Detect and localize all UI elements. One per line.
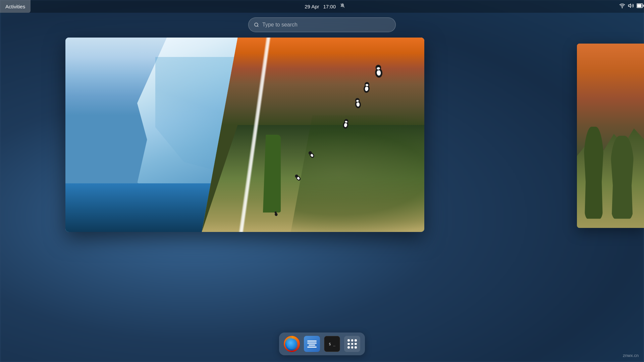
search-bar[interactable] [248, 17, 396, 32]
wifi-icon[interactable] [619, 3, 625, 10]
topbar-date: 29 Apr [305, 4, 319, 9]
speaker-icon[interactable] [628, 3, 634, 10]
terminal-icon: $ _ [324, 336, 340, 352]
main-window-preview[interactable] [65, 38, 424, 232]
battery-icon [637, 3, 644, 9]
activities-button[interactable]: Activities [0, 0, 31, 13]
topbar: Activities 29 Apr 17:00 [0, 0, 644, 13]
topbar-clock-area: 29 Apr 17:00 [305, 3, 345, 10]
dock-item-terminal[interactable]: $ _ [323, 335, 341, 353]
side-window-preview[interactable] [577, 44, 644, 228]
dock-item-firefox[interactable] [283, 335, 301, 353]
notification-bell-icon[interactable] [340, 3, 345, 10]
svg-rect-5 [643, 5, 644, 7]
svg-marker-2 [628, 4, 631, 8]
watermark: znwx.cn [623, 353, 639, 358]
search-container [248, 17, 396, 32]
firefox-icon [284, 336, 300, 352]
search-icon [254, 22, 259, 27]
activities-label: Activities [5, 4, 25, 9]
search-input[interactable] [262, 22, 390, 28]
topbar-time: 17:00 [323, 4, 336, 9]
status-icons-area [619, 3, 644, 10]
split-wallpaper [65, 38, 424, 232]
svg-point-1 [622, 7, 623, 8]
files-icon [304, 336, 320, 352]
dock-item-files[interactable] [303, 335, 321, 353]
dock-item-appgrid[interactable] [343, 335, 361, 353]
appgrid-icon [344, 336, 360, 352]
side-wallpaper [577, 44, 644, 228]
dock: $ _ [279, 333, 365, 355]
svg-rect-4 [637, 4, 641, 7]
svg-point-6 [255, 23, 258, 26]
